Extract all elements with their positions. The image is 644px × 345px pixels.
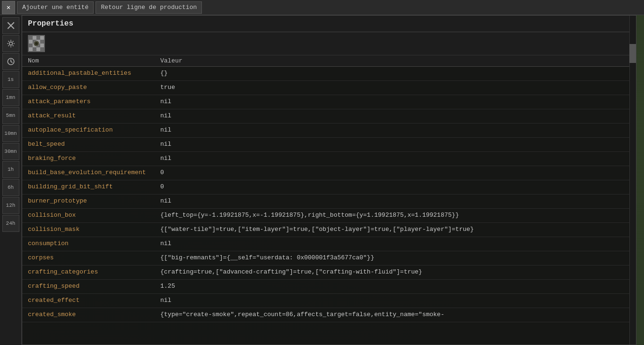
svg-rect-5 bbox=[29, 36, 33, 40]
row-name: braking_force bbox=[28, 154, 160, 162]
row-value: {["big-remnants"]={__self="userdata: 0x0… bbox=[160, 253, 630, 261]
back-production-line-button[interactable]: Retour ligne de production bbox=[96, 1, 202, 14]
table-row[interactable]: collision_mask{["water-tile"]=true,["ite… bbox=[22, 223, 636, 237]
properties-panel: Properties bbox=[22, 15, 636, 345]
close-button[interactable]: ✕ bbox=[2, 1, 15, 14]
row-name: build_base_evolution_requirement bbox=[28, 168, 160, 176]
table-row[interactable]: additional_pastable_entities{} bbox=[22, 67, 636, 81]
row-name: created_smoke bbox=[28, 310, 160, 318]
sidebar-history-button[interactable] bbox=[2, 53, 19, 70]
table-header: Nom Valeur bbox=[22, 55, 636, 67]
row-name: allow_copy_paste bbox=[28, 83, 160, 91]
svg-rect-18 bbox=[33, 47, 36, 51]
sidebar-1s-button[interactable]: 1s bbox=[2, 71, 19, 88]
sidebar-settings-button[interactable] bbox=[2, 35, 19, 52]
scrollbar-thumb[interactable] bbox=[629, 44, 636, 63]
row-value: nil bbox=[160, 239, 630, 247]
table-row[interactable]: burner_prototypenil bbox=[22, 195, 636, 209]
row-name: created_effect bbox=[28, 296, 160, 304]
row-name: corpses bbox=[28, 253, 160, 261]
row-value: nil bbox=[160, 97, 630, 105]
svg-point-2 bbox=[9, 42, 12, 45]
svg-point-22 bbox=[35, 42, 38, 45]
row-value: true bbox=[160, 83, 630, 91]
svg-rect-12 bbox=[40, 40, 44, 44]
row-name: crafting_categories bbox=[28, 267, 160, 275]
content-area: Properties bbox=[22, 15, 644, 345]
sidebar-24h-button[interactable]: 24h bbox=[2, 215, 19, 232]
svg-rect-7 bbox=[36, 36, 40, 40]
properties-table[interactable]: additional_pastable_entities{}allow_copy… bbox=[22, 67, 636, 345]
table-row[interactable]: created_smoke{type="create-smoke",repeat… bbox=[22, 308, 636, 322]
row-name: burner_prototype bbox=[28, 196, 160, 204]
sidebar-6h-button[interactable]: 6h bbox=[2, 179, 19, 196]
row-value: nil bbox=[160, 196, 630, 204]
main-layout: 1s 1mn 5mn 10mn 30mn 1h 6h 12h 24h bbox=[0, 15, 644, 345]
table-row[interactable]: belt_speednil bbox=[22, 138, 636, 152]
table-row[interactable]: autoplace_specificationnil bbox=[22, 124, 636, 138]
row-value: {type="create-smoke",repeat_count=86,aff… bbox=[160, 310, 630, 318]
properties-title: Properties bbox=[28, 19, 73, 28]
row-value: {["water-tile"]=true,["item-layer"]=true… bbox=[160, 225, 630, 233]
row-name: attack_parameters bbox=[28, 97, 160, 105]
table-row[interactable]: crafting_speed1.25 bbox=[22, 280, 636, 294]
row-value: 0 bbox=[160, 168, 630, 176]
row-name: belt_speed bbox=[28, 140, 160, 148]
sidebar-10mn-button[interactable]: 10mn bbox=[2, 125, 19, 142]
row-name: autoplace_specification bbox=[28, 125, 160, 133]
table-row[interactable]: crafting_categories{crafting=true,["adva… bbox=[22, 265, 636, 280]
row-value: nil bbox=[160, 125, 630, 133]
row-name: building_grid_bit_shift bbox=[28, 182, 160, 190]
sidebar-30mn-button[interactable]: 30mn bbox=[2, 143, 19, 160]
entity-icon[interactable] bbox=[28, 35, 45, 52]
row-value: nil bbox=[160, 140, 630, 148]
row-value: nil bbox=[160, 296, 630, 304]
row-value: {left_top={y=-1.19921875,x=-1.19921875},… bbox=[160, 211, 630, 219]
row-name: attack_result bbox=[28, 111, 160, 119]
row-value: nil bbox=[160, 111, 630, 119]
sidebar-close-button[interactable] bbox=[2, 17, 19, 34]
row-name: additional_pastable_entities bbox=[28, 69, 160, 77]
scrollbar-track[interactable] bbox=[629, 16, 636, 345]
svg-rect-19 bbox=[36, 47, 40, 51]
table-row[interactable]: attack_parametersnil bbox=[22, 95, 636, 109]
svg-rect-17 bbox=[29, 47, 33, 51]
svg-rect-20 bbox=[40, 47, 44, 51]
row-value: 1.25 bbox=[160, 282, 630, 290]
svg-rect-16 bbox=[40, 44, 44, 47]
svg-rect-6 bbox=[33, 36, 36, 40]
svg-rect-9 bbox=[29, 40, 33, 44]
sidebar-12h-button[interactable]: 12h bbox=[2, 197, 19, 214]
row-value: {crafting=true,["advanced-crafting"]=tru… bbox=[160, 267, 630, 275]
table-row[interactable]: build_base_evolution_requirement0 bbox=[22, 166, 636, 180]
row-value: 0 bbox=[160, 182, 630, 190]
table-row[interactable]: collision_box{left_top={y=-1.19921875,x=… bbox=[22, 209, 636, 223]
properties-header: Properties bbox=[22, 16, 636, 32]
svg-rect-8 bbox=[40, 36, 44, 40]
column-name-header: Nom bbox=[28, 57, 160, 64]
svg-rect-13 bbox=[29, 44, 33, 47]
table-row[interactable]: attack_resultnil bbox=[22, 109, 636, 124]
row-value: nil bbox=[160, 154, 630, 162]
sidebar-1h-button[interactable]: 1h bbox=[2, 161, 19, 178]
left-sidebar: 1s 1mn 5mn 10mn 30mn 1h 6h 12h 24h bbox=[0, 15, 22, 345]
table-row[interactable]: allow_copy_pastetrue bbox=[22, 81, 636, 95]
sidebar-5mn-button[interactable]: 5mn bbox=[2, 107, 19, 124]
row-name: collision_mask bbox=[28, 225, 160, 233]
table-row[interactable]: created_effectnil bbox=[22, 294, 636, 308]
column-value-header: Valeur bbox=[160, 57, 630, 64]
table-row[interactable]: building_grid_bit_shift0 bbox=[22, 180, 636, 195]
add-entity-button[interactable]: Ajouter une entité bbox=[17, 1, 94, 14]
row-name: crafting_speed bbox=[28, 282, 160, 290]
row-name: consumption bbox=[28, 239, 160, 247]
table-row[interactable]: braking_forcenil bbox=[22, 152, 636, 166]
sidebar-1mn-button[interactable]: 1mn bbox=[2, 89, 19, 106]
top-bar: ✕ Ajouter une entité Retour ligne de pro… bbox=[0, 0, 644, 15]
row-name: collision_box bbox=[28, 211, 160, 219]
row-value: {} bbox=[160, 69, 630, 77]
table-row[interactable]: corpses{["big-remnants"]={__self="userda… bbox=[22, 251, 636, 265]
table-row[interactable]: consumptionnil bbox=[22, 237, 636, 251]
